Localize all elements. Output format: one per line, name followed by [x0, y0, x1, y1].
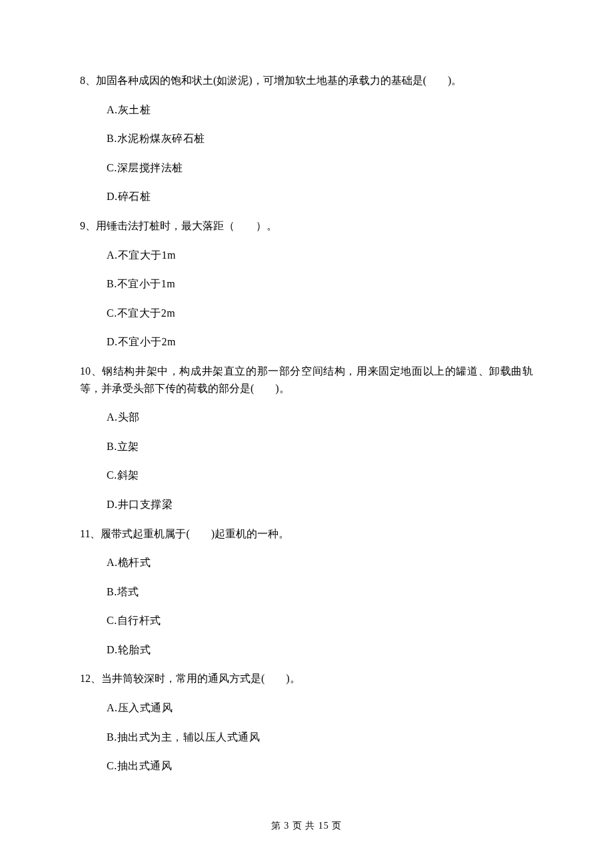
option-d: D.井口支撑梁	[107, 496, 533, 513]
option-d: D.碎石桩	[107, 188, 533, 205]
question-text: 9、用锤击法打桩时，最大落距（ ）。	[80, 217, 533, 235]
page-content: 8、加固各种成因的饱和状土(如淤泥)，可增加软土地基的承载力的基础是( )。 A…	[0, 0, 613, 775]
options-list: A.桅杆式 B.塔式 C.自行杆式 D.轮胎式	[80, 554, 533, 658]
options-list: A.灰土桩 B.水泥粉煤灰碎石桩 C.深层搅拌法桩 D.碎石桩	[80, 101, 533, 205]
question-10: 10、钢结构井架中，构成井架直立的那一部分空间结构，用来固定地面以上的罐道、卸载…	[80, 363, 533, 513]
question-stem: 履带式起重机属于( )起重机的一种。	[101, 528, 289, 539]
question-stem: 用锤击法打桩时，最大落距（ ）。	[96, 220, 277, 231]
option-c: C.斜架	[107, 467, 533, 484]
option-b: B.抽出式为主，辅以压人式通风	[107, 729, 533, 746]
question-text: 10、钢结构井架中，构成井架直立的那一部分空间结构，用来固定地面以上的罐道、卸载…	[80, 363, 533, 397]
question-number: 11、	[80, 528, 101, 539]
options-list: A.不宜大于1m B.不宜小于1m C.不宜大于2m D.不宜小于2m	[80, 247, 533, 351]
option-a: A.压入式通风	[107, 699, 533, 717]
question-text: 11、履带式起重机属于( )起重机的一种。	[80, 525, 533, 543]
option-c: C.深层搅拌法桩	[107, 159, 533, 177]
option-a: A.不宜大于1m	[107, 247, 533, 264]
option-a: A.桅杆式	[107, 554, 533, 571]
question-text: 8、加固各种成因的饱和状土(如淤泥)，可增加软土地基的承载力的基础是( )。	[80, 72, 533, 89]
option-a: A.头部	[107, 409, 533, 426]
option-d: D.轮胎式	[107, 641, 533, 659]
option-b: B.水泥粉煤灰碎石桩	[107, 130, 533, 147]
option-b: B.不宜小于1m	[107, 275, 533, 293]
question-stem: 加固各种成因的饱和状土(如淤泥)，可增加软土地基的承载力的基础是( )。	[96, 75, 462, 86]
option-c: C.自行杆式	[107, 612, 533, 629]
option-d: D.不宜小于2m	[107, 333, 533, 351]
option-b: B.立架	[107, 438, 533, 455]
question-11: 11、履带式起重机属于( )起重机的一种。 A.桅杆式 B.塔式 C.自行杆式 …	[80, 525, 533, 659]
option-a: A.灰土桩	[107, 101, 533, 119]
question-9: 9、用锤击法打桩时，最大落距（ ）。 A.不宜大于1m B.不宜小于1m C.不…	[80, 217, 533, 351]
options-list: A.头部 B.立架 C.斜架 D.井口支撑梁	[80, 409, 533, 513]
question-text: 12、当井筒较深时，常用的通风方式是( )。	[80, 670, 533, 687]
page-footer: 第 3 页 共 15 页	[0, 820, 613, 832]
question-number: 10、	[80, 365, 102, 377]
question-stem: 当井筒较深时，常用的通风方式是( )。	[101, 673, 301, 684]
question-number: 12、	[80, 673, 101, 684]
question-12: 12、当井筒较深时，常用的通风方式是( )。 A.压入式通风 B.抽出式为主，辅…	[80, 670, 533, 774]
question-stem: 钢结构井架中，构成井架直立的那一部分空间结构，用来固定地面以上的罐道、卸载曲轨等…	[80, 365, 533, 394]
option-c: C.抽出式通风	[107, 757, 533, 775]
option-c: C.不宜大于2m	[107, 305, 533, 322]
question-8: 8、加固各种成因的饱和状土(如淤泥)，可增加软土地基的承载力的基础是( )。 A…	[80, 72, 533, 205]
question-number: 8、	[80, 75, 96, 86]
question-number: 9、	[80, 220, 96, 231]
options-list: A.压入式通风 B.抽出式为主，辅以压人式通风 C.抽出式通风	[80, 699, 533, 775]
option-b: B.塔式	[107, 583, 533, 601]
